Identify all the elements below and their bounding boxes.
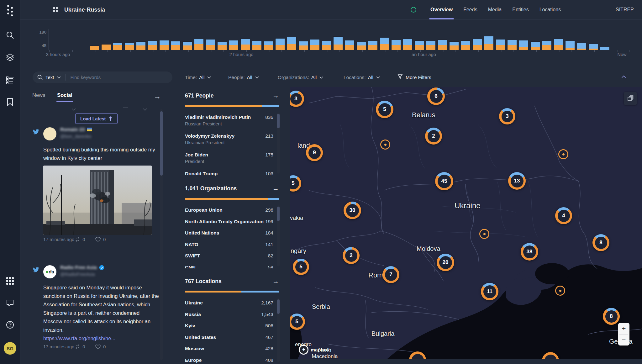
histogram-bar[interactable] bbox=[229, 40, 239, 50]
map-cluster-marker[interactable]: 8 bbox=[603, 308, 620, 325]
histogram-bar[interactable] bbox=[252, 41, 262, 50]
map-cluster-marker[interactable]: 8 bbox=[592, 234, 609, 251]
histogram-bar[interactable] bbox=[217, 42, 227, 50]
search-type-label[interactable]: Text bbox=[45, 75, 54, 80]
entity-row[interactable]: United States467 bbox=[185, 335, 273, 340]
entity-row[interactable]: Europe408 bbox=[185, 357, 273, 363]
histogram-bar[interactable] bbox=[206, 39, 215, 50]
tweet-photo[interactable] bbox=[43, 166, 152, 235]
histogram-bar[interactable] bbox=[461, 40, 471, 50]
map-cluster-marker[interactable]: 5 bbox=[376, 101, 393, 118]
histogram-bar[interactable] bbox=[90, 45, 99, 50]
load-latest-button[interactable]: Load Latest bbox=[75, 113, 118, 124]
histogram-bar[interactable] bbox=[182, 41, 192, 50]
histogram-bar[interactable] bbox=[519, 40, 529, 50]
more-filters-button[interactable]: More Filters bbox=[397, 71, 431, 83]
filter-dropdown-people[interactable]: People:All bbox=[228, 71, 259, 83]
tab-media[interactable]: Media bbox=[483, 0, 507, 19]
histogram-bar[interactable] bbox=[530, 41, 540, 50]
workspace-grid-icon[interactable] bbox=[53, 7, 58, 13]
map-cluster-marker[interactable]: 5 bbox=[293, 259, 309, 275]
histogram-bar[interactable] bbox=[577, 43, 587, 50]
histogram-bar[interactable] bbox=[333, 36, 343, 50]
entity-row[interactable]: CNN59 bbox=[185, 265, 273, 268]
entity-row[interactable]: Donald Trump103 bbox=[185, 171, 273, 176]
histogram-bar[interactable] bbox=[345, 40, 355, 50]
map-cluster-marker[interactable]: 38 bbox=[521, 243, 538, 261]
histogram-bar[interactable] bbox=[426, 41, 436, 50]
entity-row[interactable]: Russia1,543 bbox=[185, 312, 273, 317]
tweet-link[interactable]: https://www.rfa.org/english/ne... bbox=[43, 335, 115, 342]
entity-row[interactable]: Moscow428 bbox=[185, 346, 273, 351]
panel-scrollbar-thumb[interactable] bbox=[277, 114, 280, 128]
histogram-bar[interactable] bbox=[368, 41, 378, 50]
entity-panel-expand-arrow[interactable]: → bbox=[272, 92, 279, 99]
map-cluster-marker[interactable]: 6 bbox=[427, 87, 445, 105]
zoom-in-button[interactable]: + bbox=[618, 323, 629, 334]
map-point-marker[interactable] bbox=[555, 286, 565, 296]
histogram-bar[interactable] bbox=[507, 40, 517, 50]
entity-row[interactable]: European Union296 bbox=[185, 207, 273, 213]
entity-row[interactable]: Ukraine2,167 bbox=[185, 300, 273, 306]
histogram-bar[interactable] bbox=[148, 41, 157, 50]
histogram-bar[interactable] bbox=[588, 44, 598, 50]
histogram-bar[interactable] bbox=[472, 39, 482, 50]
map-cluster-marker[interactable]: 7 bbox=[382, 266, 399, 283]
like-action[interactable]: 0 bbox=[95, 344, 106, 350]
histogram-bar[interactable] bbox=[380, 37, 389, 50]
map-cluster-marker[interactable]: 11 bbox=[481, 283, 498, 300]
keyword-search-input[interactable] bbox=[70, 74, 156, 80]
map-cluster-marker[interactable]: 3 bbox=[499, 108, 515, 124]
user-avatar[interactable]: SG bbox=[4, 342, 16, 355]
feed-list-icon[interactable] bbox=[6, 76, 14, 84]
map-cluster-marker[interactable]: 9 bbox=[306, 144, 323, 161]
histogram-bar[interactable] bbox=[496, 39, 505, 50]
map-cluster-marker[interactable]: 13 bbox=[508, 172, 526, 190]
bookmark-icon[interactable] bbox=[6, 98, 14, 106]
retweet-action[interactable]: 0 bbox=[74, 236, 85, 242]
histogram-bar[interactable] bbox=[414, 40, 424, 50]
brand-logo-icon[interactable] bbox=[6, 4, 14, 18]
map-cluster-marker[interactable]: 2 bbox=[343, 247, 360, 264]
histogram-bar[interactable] bbox=[565, 41, 575, 50]
chevron-down-icon[interactable] bbox=[57, 76, 61, 79]
tab-entities[interactable]: Entities bbox=[507, 0, 534, 19]
timeline-histogram[interactable]: 451803 hours ago2 hours agoan hour agoNo… bbox=[20, 19, 642, 61]
map-point-marker[interactable] bbox=[380, 140, 390, 150]
tab-locations[interactable]: Locations bbox=[534, 0, 566, 19]
collapse-panel-chevron-up-icon[interactable] bbox=[621, 74, 626, 80]
entity-row[interactable]: Volodymyr Zelenskyy213Ukrainian Presiden… bbox=[185, 133, 273, 145]
histogram-bar[interactable] bbox=[449, 41, 459, 50]
histogram-bar[interactable] bbox=[101, 44, 111, 50]
search-icon[interactable] bbox=[6, 31, 14, 39]
histogram-bar[interactable] bbox=[159, 40, 169, 50]
chat-icon[interactable] bbox=[6, 299, 14, 307]
panel-scrollbar-thumb[interactable] bbox=[277, 207, 280, 221]
tab-sitrep[interactable]: SITREP bbox=[610, 0, 639, 19]
histogram-bar[interactable] bbox=[124, 42, 134, 50]
zoom-out-button[interactable]: − bbox=[618, 335, 629, 346]
map-point-marker[interactable] bbox=[558, 149, 568, 159]
filter-dropdown-organizations[interactable]: Organizations:All bbox=[278, 71, 323, 83]
filter-dropdown-locations[interactable]: Locations:All bbox=[344, 71, 380, 83]
histogram-bar[interactable] bbox=[542, 41, 552, 50]
histogram-bar[interactable] bbox=[113, 43, 123, 50]
feed-tab-social[interactable]: Social bbox=[57, 92, 72, 102]
map-cluster-marker[interactable]: 45 bbox=[435, 172, 453, 190]
entity-row[interactable]: Vladimir Vladimirovich Putin836Russian P… bbox=[185, 114, 273, 126]
histogram-bar[interactable] bbox=[322, 41, 331, 50]
keyword-search-box[interactable]: Text bbox=[33, 71, 172, 83]
map-canvas[interactable]: BelaruslandUkraineMoldovaRomaniaSerbiaBu… bbox=[290, 87, 642, 359]
map-style-switcher-button[interactable] bbox=[624, 92, 637, 105]
layers-icon[interactable] bbox=[6, 53, 14, 61]
apps-grid-icon[interactable] bbox=[6, 277, 14, 285]
tab-overview[interactable]: Overview bbox=[425, 0, 458, 19]
histogram-bar[interactable] bbox=[171, 41, 181, 50]
mapbox-attribution[interactable]: ✚ mapbox bbox=[299, 345, 330, 355]
histogram-bar[interactable] bbox=[554, 39, 563, 50]
retweet-action[interactable]: 0 bbox=[74, 344, 85, 350]
like-action[interactable]: 0 bbox=[95, 236, 106, 242]
map-cluster-marker[interactable]: 30 bbox=[344, 202, 361, 219]
map-cluster-marker[interactable]: 4 bbox=[555, 207, 572, 224]
entity-row[interactable]: North Atlantic Treaty Organization199 bbox=[185, 219, 273, 224]
